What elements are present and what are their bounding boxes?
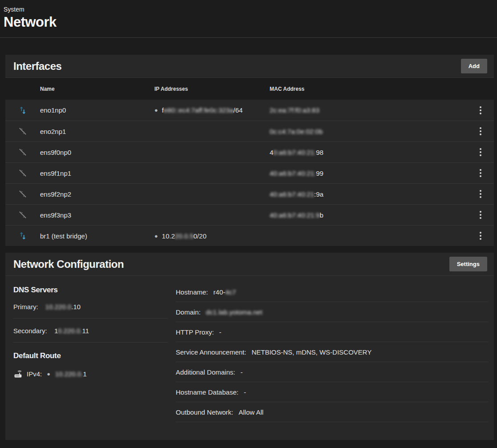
column-header-mac: MAC Address <box>270 86 467 92</box>
row-menu-kebab-icon[interactable] <box>477 166 484 180</box>
config-label: Hostname Database: <box>176 388 238 396</box>
config-value: - <box>240 368 242 376</box>
network-configuration-body: DNS Servers Primary:10.220.0.10 Secondar… <box>5 276 494 422</box>
network-configuration-title: Network Configuration <box>13 258 124 270</box>
interface-row: ens9f2np240:a6:b7:40:21:9a <box>5 183 494 204</box>
config-label: Service Announcement: <box>176 348 246 356</box>
interfaces-table-body: eno1np0●fe80::ec4:7aff:fe0c:323a/642c:ea… <box>5 100 494 246</box>
config-value: Allow All <box>238 408 263 416</box>
interfaces-table-header: Name IP Addresses MAC Address <box>5 78 494 100</box>
interface-row: br1 (test bridge)●10.220.0.50/20 <box>5 225 494 246</box>
interface-mac-address: 0c:c4:7a:0e:02:0b <box>270 128 467 135</box>
config-row-http-proxy: HTTP Proxy:- <box>176 322 488 342</box>
interface-name: ens9f3np3 <box>40 211 154 219</box>
interface-name: ens9f0np0 <box>40 149 154 156</box>
interface-up-arrows-icon <box>5 105 40 115</box>
interface-row: ens9f0np040:a6:b7:40:21:98 <box>5 141 494 162</box>
row-menu-kebab-icon[interactable] <box>477 229 484 242</box>
config-value: NETBIOS-NS, mDNS, WS-DISCOVERY <box>251 348 372 356</box>
settings-button[interactable]: Settings <box>449 257 487 271</box>
ip-bullet: ● <box>154 233 158 239</box>
column-header-ip: IP Addresses <box>154 86 270 92</box>
network-configuration-card: Network Configuration Settings DNS Serve… <box>5 253 494 440</box>
row-menu-kebab-icon[interactable] <box>477 208 484 222</box>
interface-row: ens9f3np340:a6:b7:40:21:9b <box>5 204 494 225</box>
ipv4-value: 10.220.0.1 <box>55 370 87 378</box>
interfaces-card-header: Interfaces Add <box>5 55 494 78</box>
row-menu-kebab-icon[interactable] <box>477 145 484 159</box>
page-header: System Network <box>0 0 497 30</box>
config-label: Domain: <box>176 308 201 316</box>
header-divider <box>0 37 497 38</box>
network-configuration-header: Network Configuration Settings <box>5 253 494 276</box>
config-value: dc1.lab.yotoma.net <box>206 308 263 316</box>
interface-name: eno1np0 <box>40 106 154 114</box>
interface-row: ens9f1np140:a6:b7:40:21:99 <box>5 162 494 183</box>
config-label: Additional Domains: <box>176 368 235 376</box>
config-row-hostname: Hostname:r40-4c7 <box>176 282 488 302</box>
interface-mac-address: 40:a6:b7:40:21:99 <box>270 170 467 177</box>
ip-bullet: ● <box>154 107 158 113</box>
config-value: - <box>244 388 246 396</box>
interface-mac-address: 2c:ea:7f:f0:a3:83 <box>270 106 467 114</box>
interface-row: eno2np10c:c4:7a:0e:02:0b <box>5 121 494 141</box>
interface-up-arrows-icon <box>5 231 40 241</box>
interface-disconnected-icon <box>5 168 40 178</box>
dns-primary-row: Primary:10.220.0.10 <box>13 295 168 319</box>
interface-disconnected-icon <box>5 147 40 157</box>
config-label: Hostname: <box>176 288 208 296</box>
config-row-service-announcement: Service Announcement:NETBIOS-NS, mDNS, W… <box>176 342 488 362</box>
dns-primary-value: 10.220.0.10 <box>45 303 81 311</box>
add-interface-button[interactable]: Add <box>461 59 487 73</box>
ip-address-value: fe80::ec4:7aff:fe0c:323a/64 <box>162 106 243 114</box>
config-row-hostname-database: Hostname Database:- <box>176 382 488 402</box>
column-header-name: Name <box>40 86 154 92</box>
interface-name: br1 (test bridge) <box>40 232 154 240</box>
dns-primary-label: Primary: <box>13 303 38 311</box>
config-row-outbound-network: Outbound Network:Allow All <box>176 402 488 422</box>
ip-address-value: 10.220.0.50/20 <box>162 232 206 240</box>
ipv4-label: IPv4: <box>27 370 42 378</box>
config-value: - <box>219 328 222 336</box>
interface-name: ens9f1np1 <box>40 170 154 177</box>
row-menu-kebab-icon[interactable] <box>477 187 484 201</box>
details-column: Hostname:r40-4c7Domain:dc1.lab.yotoma.ne… <box>176 282 488 422</box>
row-menu-kebab-icon[interactable] <box>477 125 484 138</box>
interface-disconnected-icon <box>5 126 40 136</box>
dns-column: DNS Servers Primary:10.220.0.10 Secondar… <box>13 282 168 422</box>
interface-mac-address: 40:a6:b7:40:21:9b <box>270 211 467 219</box>
interface-name: ens9f2np2 <box>40 190 154 198</box>
row-menu-kebab-icon[interactable] <box>477 104 484 117</box>
interface-mac-address: 40:a6:b7:40:21:98 <box>270 149 467 156</box>
dns-secondary-label: Secondary: <box>13 327 47 335</box>
dns-secondary-row: Secondary:10.220.0.11 <box>13 319 168 343</box>
config-label: Outbound Network: <box>176 408 233 416</box>
interfaces-card: Interfaces Add Name IP Addresses MAC Add… <box>5 55 494 246</box>
interface-row: eno1np0●fe80::ec4:7aff:fe0c:323a/642c:ea… <box>5 100 494 121</box>
config-value: r40-4c7 <box>214 288 236 296</box>
default-route-heading: Default Route <box>13 351 168 360</box>
interfaces-title: Interfaces <box>13 60 61 73</box>
interface-ip-addresses: ●fe80::ec4:7aff:fe0c:323a/64 <box>154 106 270 114</box>
interface-ip-addresses: ●10.220.0.50/20 <box>154 232 270 240</box>
dns-secondary-value: 10.220.0.11 <box>54 327 89 335</box>
config-row-additional-domains: Additional Domains:- <box>176 362 488 382</box>
interface-disconnected-icon <box>5 189 40 199</box>
breadcrumb[interactable]: System <box>4 6 493 13</box>
interface-disconnected-icon <box>5 210 40 220</box>
router-icon <box>13 369 23 379</box>
page-title: Network <box>4 14 493 30</box>
interface-name: eno2np1 <box>40 128 154 135</box>
default-route-row: IPv4: ● 10.220.0.1 <box>13 369 168 379</box>
config-label: HTTP Proxy: <box>176 328 214 336</box>
interface-mac-address: 40:a6:b7:40:21:9a <box>270 190 467 198</box>
ipv4-bullet: ● <box>47 371 50 377</box>
config-row-domain: Domain:dc1.lab.yotoma.net <box>176 302 488 322</box>
dns-servers-heading: DNS Servers <box>13 286 168 295</box>
